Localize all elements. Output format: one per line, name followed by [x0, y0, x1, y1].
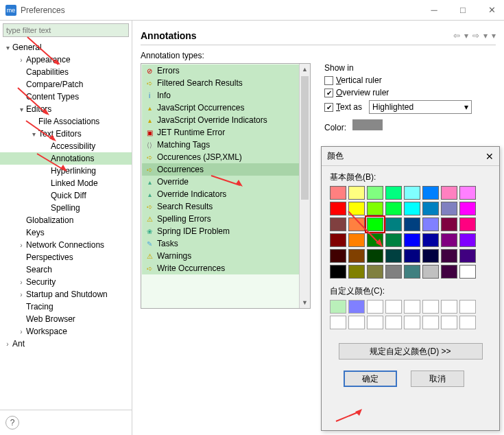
- custom-color-swatch[interactable]: [348, 316, 365, 329]
- vertical-ruler-checkbox[interactable]: Vertical ruler: [324, 75, 496, 85]
- twist-icon[interactable]: ›: [16, 328, 26, 336]
- color-swatch[interactable]: [367, 202, 383, 215]
- custom-color-grid[interactable]: [330, 300, 491, 329]
- color-swatch[interactable]: [385, 265, 402, 279]
- color-swatch[interactable]: [367, 265, 383, 279]
- color-swatch[interactable]: [330, 217, 346, 231]
- color-swatch[interactable]: [348, 217, 365, 231]
- color-swatch[interactable]: [404, 186, 420, 200]
- custom-color-swatch[interactable]: [404, 316, 420, 329]
- color-swatch[interactable]: [404, 233, 420, 247]
- tree-item[interactable]: Hyperlinking: [0, 165, 132, 177]
- twist-icon[interactable]: ›: [3, 340, 12, 348]
- minimize-button[interactable]: ─: [427, 5, 441, 15]
- custom-color-swatch[interactable]: [441, 300, 457, 314]
- custom-color-swatch[interactable]: [330, 316, 346, 329]
- text-as-select[interactable]: Highlighted▾: [369, 100, 472, 114]
- tree-item[interactable]: Capabilities: [0, 66, 132, 78]
- custom-color-swatch[interactable]: [330, 300, 346, 314]
- custom-color-swatch[interactable]: [459, 316, 476, 329]
- color-swatch[interactable]: [404, 202, 420, 215]
- color-swatch[interactable]: [330, 202, 346, 215]
- color-swatch[interactable]: [459, 265, 476, 279]
- twist-icon[interactable]: ›: [16, 291, 26, 298]
- color-swatch[interactable]: [422, 186, 439, 200]
- scroll-up-icon[interactable]: ▲: [300, 64, 310, 75]
- annotation-types-list[interactable]: ⊘Errors➪Filtered Search ResultsiInfo▴Jav…: [141, 63, 311, 309]
- color-swatch[interactable]: [367, 217, 383, 231]
- color-swatch[interactable]: [441, 233, 457, 247]
- annotation-type-row[interactable]: ➪Occurences (JSP,XML): [142, 151, 309, 163]
- color-swatch[interactable]: [404, 217, 420, 231]
- color-swatch[interactable]: [459, 202, 476, 215]
- color-swatch[interactable]: [441, 249, 457, 263]
- annotation-type-row[interactable]: ⚠Warnings: [142, 250, 309, 262]
- annotation-type-row[interactable]: ⚠Spelling Errors: [142, 213, 309, 225]
- tree-item[interactable]: Keys: [0, 226, 132, 239]
- basic-color-grid[interactable]: [330, 186, 491, 279]
- annotation-type-row[interactable]: ➪Occurrences: [142, 163, 309, 176]
- tree-item[interactable]: ›Appearance: [0, 54, 132, 66]
- dialog-close-button[interactable]: ✕: [485, 151, 494, 162]
- color-swatch[interactable]: [422, 249, 439, 263]
- color-swatch[interactable]: [330, 265, 346, 279]
- annotation-type-row[interactable]: ➪Search Results: [142, 200, 309, 213]
- twist-icon[interactable]: ▾: [16, 106, 26, 113]
- scrollbar[interactable]: ▲ ▼: [299, 64, 310, 308]
- custom-color-swatch[interactable]: [385, 316, 402, 329]
- color-swatch[interactable]: [459, 249, 476, 263]
- color-swatch[interactable]: [330, 233, 346, 247]
- annotation-type-row[interactable]: ⊘Errors: [142, 64, 309, 77]
- menu-icon[interactable]: ▾: [492, 31, 496, 40]
- tree-item[interactable]: ▾Editors: [0, 103, 132, 115]
- filter-input[interactable]: [3, 23, 129, 37]
- color-swatch[interactable]: [385, 186, 402, 200]
- custom-color-swatch[interactable]: [404, 300, 420, 314]
- annotation-type-row[interactable]: ✎Tasks: [142, 237, 309, 250]
- tree-item[interactable]: Annotations: [0, 152, 132, 165]
- color-swatch[interactable]: [348, 249, 365, 263]
- twist-icon[interactable]: ▾: [29, 130, 38, 138]
- tree-item[interactable]: Spelling: [0, 202, 132, 214]
- twist-icon[interactable]: ›: [16, 56, 26, 64]
- tree-item[interactable]: ▾General: [0, 41, 132, 54]
- color-swatch[interactable]: [459, 217, 476, 231]
- tree-item[interactable]: Content Types: [0, 91, 132, 103]
- tree-item[interactable]: Accessibility: [0, 140, 132, 152]
- color-swatch[interactable]: [348, 186, 365, 200]
- tree-item[interactable]: File Associations: [0, 115, 132, 128]
- color-swatch[interactable]: [385, 202, 402, 215]
- scroll-thumb[interactable]: [301, 76, 309, 200]
- tree-item[interactable]: Compare/Patch: [0, 78, 132, 91]
- color-swatch[interactable]: [330, 186, 346, 200]
- tree-item[interactable]: Search: [0, 263, 132, 276]
- ok-button[interactable]: 确定: [344, 371, 397, 387]
- custom-color-swatch[interactable]: [367, 316, 383, 329]
- tree-item[interactable]: Quick Diff: [0, 189, 132, 202]
- annotation-type-row[interactable]: ❀Spring IDE Problem: [142, 225, 309, 237]
- close-button[interactable]: ✕: [485, 5, 499, 15]
- twist-icon[interactable]: ›: [16, 242, 26, 249]
- overview-ruler-checkbox[interactable]: ✔ Overview ruler: [324, 88, 496, 97]
- color-swatch[interactable]: [441, 265, 457, 279]
- annotation-type-row[interactable]: ▴Override: [142, 176, 309, 188]
- text-as-checkbox[interactable]: ✔ Text as Highlighted▾: [324, 100, 496, 114]
- annotation-type-row[interactable]: ▴JavaScript Override Indicators: [142, 114, 309, 126]
- color-swatch[interactable]: [385, 249, 402, 263]
- color-swatch-button[interactable]: [352, 119, 383, 130]
- scroll-down-icon[interactable]: ▼: [300, 297, 310, 308]
- annotation-type-row[interactable]: ▴Override Indicators: [142, 188, 309, 200]
- color-swatch[interactable]: [459, 233, 476, 247]
- tree-item[interactable]: ›Workspace: [0, 325, 132, 338]
- custom-color-swatch[interactable]: [348, 300, 365, 314]
- color-swatch[interactable]: [459, 186, 476, 200]
- color-swatch[interactable]: [367, 233, 383, 247]
- annotation-type-row[interactable]: ▣JET Runtime Error: [142, 126, 309, 139]
- color-swatch[interactable]: [422, 233, 439, 247]
- tree-item[interactable]: ▾Text Editors: [0, 128, 132, 140]
- custom-color-swatch[interactable]: [422, 300, 439, 314]
- twist-icon[interactable]: ›: [16, 279, 26, 286]
- annotation-type-row[interactable]: iInfo: [142, 89, 309, 102]
- color-swatch[interactable]: [422, 265, 439, 279]
- color-swatch[interactable]: [385, 217, 402, 231]
